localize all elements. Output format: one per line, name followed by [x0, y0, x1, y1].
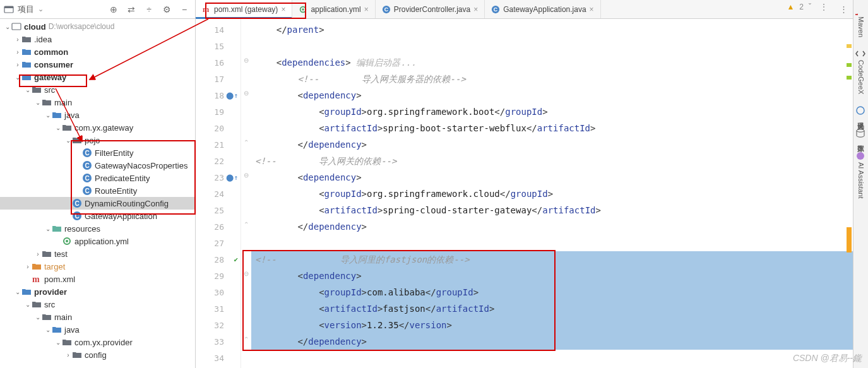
- tree-label: PredicateEntity: [95, 174, 150, 183]
- folder-icon: [42, 249, 52, 259]
- tree-java2[interactable]: ⌄java: [0, 323, 195, 336]
- tool-hide-button[interactable]: −: [177, 3, 191, 16]
- tool-divide-button[interactable]: ÷: [142, 3, 156, 16]
- code-line: <dependency>: [251, 268, 853, 284]
- tool-codegeex[interactable]: CodeGeeX: [857, 49, 865, 94]
- tree-pkg-provider[interactable]: ⌄com.yx.provider: [0, 336, 195, 348]
- fold-end[interactable]: ⌃: [241, 216, 251, 232]
- expand-icon[interactable]: ⌄: [24, 86, 32, 93]
- line-num: 24: [214, 189, 224, 199]
- tree-dynamicrouting[interactable]: CDynamicRoutingConfig: [0, 197, 195, 210]
- tool-collapse-button[interactable]: ⇄: [124, 3, 138, 16]
- svg-text:C: C: [85, 150, 89, 157]
- tab-gatewayapp[interactable]: C GatewayApplication.java ×: [485, 0, 600, 18]
- expand-icon[interactable]: ⌄: [44, 112, 52, 119]
- tree-target[interactable]: ›target: [0, 260, 195, 273]
- tool-settings-button[interactable]: ⚙: [160, 3, 174, 16]
- svg-text:C: C: [85, 187, 89, 194]
- tool-maven[interactable]: mMaven: [857, 5, 865, 37]
- tab-providercontroller[interactable]: C ProviderController.java ×: [376, 0, 485, 18]
- tree-gateway[interactable]: ⌄gateway: [0, 71, 195, 83]
- code-line: [251, 235, 853, 251]
- tool-tongyi[interactable]: 通义灵码: [856, 105, 865, 117]
- tree-label: pojo: [85, 136, 100, 145]
- more-icon[interactable]: ⋮: [820, 3, 828, 11]
- tab-appyml[interactable]: application.yml ×: [292, 0, 375, 18]
- tree-appyml[interactable]: application.yml: [0, 235, 195, 247]
- editor-area: m pom.xml (gateway) × application.yml × …: [196, 0, 853, 368]
- line-num: 18: [214, 91, 224, 100]
- ai-icon: [857, 151, 865, 160]
- tree-common[interactable]: ›common: [0, 45, 195, 58]
- expand-icon[interactable]: ›: [34, 251, 42, 258]
- project-tree[interactable]: ⌄ cloud D:\worksapce\cloud ›.idea ›commo…: [0, 19, 195, 368]
- tree-main2[interactable]: ⌄main: [0, 311, 195, 323]
- tree-label: com.yx.provider: [74, 338, 133, 347]
- expand-icon[interactable]: ⌄: [14, 288, 21, 295]
- tab-pom[interactable]: m pom.xml (gateway) ×: [196, 0, 292, 18]
- expand-icon[interactable]: ⌄: [44, 326, 52, 333]
- tree-pom[interactable]: mpom.xml: [0, 273, 195, 285]
- fold-toggle[interactable]: ⊖: [241, 265, 251, 282]
- expand-icon[interactable]: ›: [14, 61, 21, 68]
- tree-label: DynamicRoutingConfig: [85, 199, 169, 208]
- tree-path: D:\worksapce\cloud: [49, 22, 115, 31]
- code-line: <version>1.2.35</version>: [251, 317, 853, 333]
- fold-toggle[interactable]: ⊖: [241, 52, 251, 68]
- tree-label: provider: [34, 287, 67, 297]
- tree-gatewaynacos[interactable]: CGatewayNacosProperties: [0, 159, 195, 172]
- expand-icon[interactable]: ⌄: [44, 225, 52, 232]
- tree-route[interactable]: CRouteEntity: [0, 184, 195, 197]
- tree-gatewayapp[interactable]: CGatewayApplication: [0, 210, 195, 222]
- src-folder-icon: [52, 324, 62, 335]
- tool-database[interactable]: 数据库: [856, 128, 865, 139]
- tree-pojo[interactable]: ⌄pojo: [0, 134, 195, 146]
- tree-config[interactable]: ›config: [0, 348, 195, 361]
- expand-icon[interactable]: ⌄: [34, 314, 42, 321]
- tree-provider[interactable]: ⌄provider: [0, 285, 195, 298]
- tree-pkg-gateway[interactable]: ⌄com.yx.gateway: [0, 121, 195, 134]
- expand-icon[interactable]: ⌄: [24, 301, 32, 308]
- tree-java[interactable]: ⌄java: [0, 109, 195, 121]
- tool-ai-assistant[interactable]: AI Assistant: [857, 151, 865, 198]
- tab-overflow[interactable]: ⋮: [840, 0, 853, 18]
- fold-toggle[interactable]: ⊖: [241, 85, 251, 101]
- expand-icon[interactable]: ⌄: [4, 23, 11, 30]
- fold-toggle[interactable]: ⊖: [241, 167, 251, 183]
- tree-resources[interactable]: ⌄resources: [0, 222, 195, 235]
- tree-filterentity[interactable]: CFilterEntity: [0, 146, 195, 159]
- tree-label: config: [85, 350, 107, 360]
- tree-test[interactable]: ›test: [0, 247, 195, 260]
- close-icon[interactable]: ×: [364, 5, 369, 14]
- dropdown-icon[interactable]: ⌄: [38, 5, 44, 13]
- close-icon[interactable]: ×: [281, 5, 285, 14]
- tree-main[interactable]: ⌄main: [0, 96, 195, 109]
- close-icon[interactable]: ×: [473, 5, 478, 14]
- expand-icon[interactable]: ⌄: [14, 74, 21, 81]
- expand-icon[interactable]: ›: [14, 36, 21, 43]
- tree-consumer[interactable]: ›consumer: [0, 58, 195, 71]
- fold-end[interactable]: ⌃: [241, 134, 251, 150]
- class-icon: C: [491, 5, 500, 14]
- tree-root[interactable]: ⌄ cloud D:\worksapce\cloud: [0, 20, 195, 33]
- expand-icon[interactable]: ⌄: [54, 124, 62, 131]
- svg-rect-1: [4, 6, 13, 8]
- code-area[interactable]: </parent> <dependencies> 编辑启动器... <!-- 导…: [251, 19, 853, 368]
- inspection-status[interactable]: ▲ 2 ˇ ⋮: [787, 3, 828, 11]
- line-gutter: 14 15 16 17 18⬤↑ 19 20 21 22 23⬤↑ 24 25 …: [196, 19, 241, 368]
- tree-predicate[interactable]: CPredicateEntity: [0, 172, 195, 184]
- expand-icon[interactable]: ⌄: [34, 99, 42, 106]
- editor[interactable]: 14 15 16 17 18⬤↑ 19 20 21 22 23⬤↑ 24 25 …: [196, 19, 853, 368]
- tree-src2[interactable]: ⌄src: [0, 298, 195, 311]
- fold-end[interactable]: ⌃: [241, 331, 251, 347]
- expand-icon[interactable]: ⌄: [54, 339, 62, 346]
- tool-locate-button[interactable]: ⊕: [107, 3, 121, 16]
- tree-idea[interactable]: ›.idea: [0, 33, 195, 45]
- expand-icon[interactable]: ›: [64, 352, 72, 359]
- tree-src[interactable]: ⌄src: [0, 83, 195, 96]
- expand-icon[interactable]: ⌄: [64, 137, 72, 144]
- expand-icon[interactable]: ›: [24, 263, 32, 270]
- expand-icon[interactable]: ›: [14, 49, 21, 56]
- project-folder-icon: [11, 21, 21, 32]
- close-icon[interactable]: ×: [590, 5, 594, 14]
